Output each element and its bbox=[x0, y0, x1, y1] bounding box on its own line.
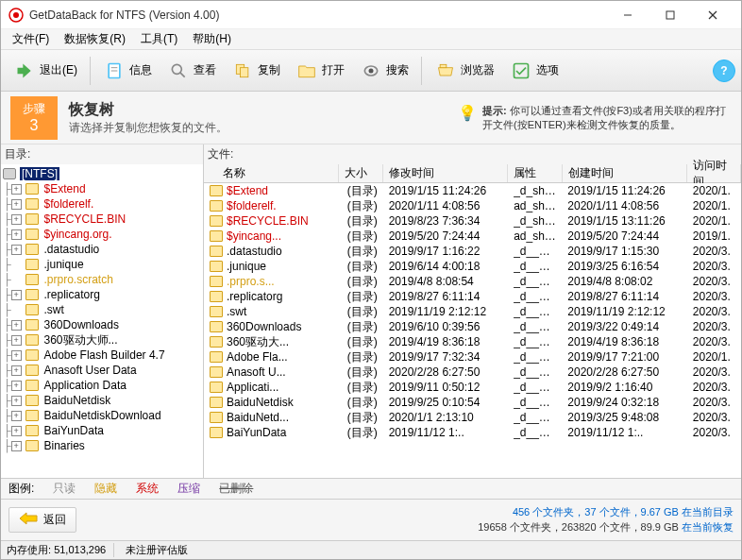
tree-item[interactable]: ├+360Downloads bbox=[3, 317, 201, 332]
file-created: 2019/3/25 6:16:54 bbox=[562, 260, 686, 273]
expand-icon[interactable]: + bbox=[11, 214, 22, 225]
expand-icon[interactable]: + bbox=[11, 184, 22, 195]
tree-item-label: 360Downloads bbox=[42, 318, 121, 331]
col-modified[interactable]: 修改时间 bbox=[383, 164, 508, 182]
browser-icon bbox=[434, 59, 457, 82]
disk-icon bbox=[3, 168, 16, 179]
file-row[interactable]: BaiYunData(目录)2019/11/12 1:.._d_____2019… bbox=[204, 425, 741, 440]
bulb-icon: 💡 bbox=[458, 104, 477, 122]
file-row[interactable]: $folderelf.(目录)2020/1/11 4:08:56ad_sh__2… bbox=[204, 198, 741, 213]
expand-icon[interactable]: + bbox=[11, 411, 22, 421]
close-button[interactable] bbox=[691, 2, 734, 28]
info-button[interactable]: 信息 bbox=[96, 55, 159, 87]
expand-icon[interactable]: + bbox=[11, 245, 22, 255]
svg-rect-16 bbox=[514, 63, 529, 77]
tree-item[interactable]: ├+BaiYunData bbox=[3, 423, 201, 438]
col-attr[interactable]: 属性 bbox=[508, 164, 562, 182]
file-row[interactable]: .datastudio(目录)2019/9/17 1:16:22_d_____2… bbox=[204, 244, 741, 259]
folder-icon bbox=[210, 366, 223, 378]
file-size: (目录) bbox=[338, 304, 383, 320]
file-row[interactable]: .swt(目录)2019/11/19 2:12:12_d_____2019/11… bbox=[204, 304, 741, 319]
col-name[interactable]: 名称 bbox=[204, 164, 339, 182]
file-row[interactable]: 360Downloads(目录)2019/6/10 0:39:56_d_____… bbox=[204, 319, 741, 334]
expand-icon[interactable]: + bbox=[11, 350, 22, 361]
tree-item[interactable]: ├+BaiduNetdisk bbox=[3, 393, 201, 408]
maximize-button[interactable] bbox=[649, 2, 691, 28]
menu-recover[interactable]: 数据恢复(R) bbox=[57, 29, 133, 49]
expand-icon[interactable]: + bbox=[11, 441, 22, 451]
tree-item[interactable]: ├.swt bbox=[3, 302, 201, 317]
tree-item[interactable]: ├+$Extend bbox=[3, 181, 201, 196]
back-button[interactable]: 返回 bbox=[8, 507, 76, 533]
menu-file[interactable]: 文件(F) bbox=[5, 29, 57, 49]
help-button[interactable]: ? bbox=[713, 59, 735, 82]
directory-tree[interactable]: [NTFS]├+$Extend├+$folderelf.├+$RECYCLE.B… bbox=[1, 164, 203, 478]
file-modified: 2019/11/12 1:.. bbox=[383, 426, 508, 439]
expand-icon[interactable]: + bbox=[11, 381, 22, 391]
stats-panel: 456 个文件夹，37 个文件，9.67 GB 在当前目录 19658 个文件夹… bbox=[478, 505, 734, 535]
stats-current-count: 456 个文件夹，37 个文件，9.67 GB bbox=[513, 506, 679, 518]
menu-tools[interactable]: 工具(T) bbox=[133, 29, 185, 49]
tree-item[interactable]: ├+.datastudio bbox=[3, 242, 201, 257]
tree-item[interactable]: ├+$RECYCLE.BIN bbox=[3, 212, 201, 227]
tree-item[interactable]: ├+$folderelf. bbox=[3, 196, 201, 212]
expand-icon[interactable]: + bbox=[11, 426, 22, 436]
tree-item[interactable]: ├+.replicatorg bbox=[3, 287, 201, 302]
file-size: (目录) bbox=[338, 319, 383, 335]
tree-item[interactable]: ├+Application Data bbox=[3, 378, 201, 393]
file-name: .datastudio bbox=[227, 245, 282, 258]
file-modified: 2020/2/28 6:27:50 bbox=[383, 365, 508, 379]
tree-item[interactable]: ├+360驱动大师... bbox=[3, 332, 201, 348]
file-row[interactable]: .prpro.s...(目录)2019/4/8 8:08:54_d__h__20… bbox=[204, 274, 741, 289]
expand-icon[interactable]: + bbox=[11, 229, 22, 240]
tree-item-label: Anasoft User Data bbox=[42, 364, 139, 377]
view-button[interactable]: 查看 bbox=[160, 55, 223, 87]
expand-icon[interactable]: + bbox=[11, 396, 22, 406]
file-row[interactable]: BaiduNetdisk(目录)2019/9/25 0:10:54_d_____… bbox=[204, 395, 741, 410]
file-row[interactable]: .replicatorg(目录)2019/8/27 6:11:14_d_____… bbox=[204, 289, 741, 304]
tree-item[interactable]: ├+Binaries bbox=[3, 438, 201, 453]
file-list[interactable]: $Extend(目录)2019/1/15 11:24:26_d_sh__2019… bbox=[204, 183, 741, 478]
expand-icon[interactable]: + bbox=[11, 290, 22, 300]
tree-item[interactable]: ├.junique bbox=[3, 257, 201, 272]
col-size[interactable]: 大小 bbox=[339, 164, 384, 182]
expand-icon[interactable]: + bbox=[11, 199, 22, 210]
browser-button[interactable]: 浏览器 bbox=[428, 55, 501, 87]
folder-icon bbox=[25, 229, 39, 240]
file-row[interactable]: Adobe Fla...(目录)2019/9/17 7:32:34_d_____… bbox=[204, 349, 741, 365]
options-button[interactable]: 选项 bbox=[503, 55, 565, 87]
file-row[interactable]: Anasoft U...(目录)2020/2/28 6:27:50_d_____… bbox=[204, 365, 741, 380]
expand-icon[interactable]: + bbox=[11, 335, 22, 346]
file-accessed: 2020/3. bbox=[687, 260, 741, 273]
tree-item[interactable]: ├+Anasoft User Data bbox=[3, 363, 201, 378]
file-row[interactable]: $Extend(目录)2019/1/15 11:24:26_d_sh__2019… bbox=[204, 183, 741, 198]
file-row[interactable]: Applicati...(目录)2019/9/11 0:50:12_d_____… bbox=[204, 380, 741, 395]
file-created: 2019/9/24 0:32:18 bbox=[562, 396, 686, 409]
tree-item[interactable]: ├+BaiduNetdiskDownload bbox=[3, 408, 201, 423]
open-button[interactable]: 打开 bbox=[289, 55, 351, 87]
file-attr: _d_____ bbox=[508, 365, 562, 379]
file-accessed: 2020/3. bbox=[687, 396, 741, 409]
col-created[interactable]: 创建时间 bbox=[563, 164, 687, 182]
folder-icon bbox=[25, 304, 39, 315]
exit-button[interactable]: 退出(E) bbox=[7, 55, 84, 87]
tree-item[interactable]: ├+$yincang.org. bbox=[3, 227, 201, 242]
file-row[interactable]: $RECYCLE.BIN(目录)2019/8/23 7:36:34_d_sh__… bbox=[204, 213, 741, 229]
file-row[interactable]: .junique(目录)2019/6/14 4:00:18_d_____2019… bbox=[204, 259, 741, 274]
menu-help[interactable]: 帮助(H) bbox=[185, 29, 239, 49]
file-attr: _d__h__ bbox=[508, 275, 562, 288]
exit-icon bbox=[13, 59, 36, 82]
minimize-button[interactable] bbox=[606, 2, 649, 28]
tree-root[interactable]: [NTFS] bbox=[3, 166, 201, 181]
tree-item[interactable]: ├+Adobe Flash Builder 4.7 bbox=[3, 348, 201, 363]
file-row[interactable]: BaiduNetd...(目录)2020/1/1 2:13:10_d_____2… bbox=[204, 410, 741, 425]
search-button[interactable]: 搜索 bbox=[353, 55, 415, 87]
copy-button[interactable]: 复制 bbox=[225, 55, 287, 87]
search-label: 搜索 bbox=[386, 62, 409, 78]
tree-item[interactable]: ├.prpro.scratch bbox=[3, 272, 201, 287]
file-row[interactable]: 360驱动大...(目录)2019/4/19 8:36:18_d_____201… bbox=[204, 334, 741, 349]
expand-icon[interactable]: + bbox=[11, 320, 22, 331]
col-accessed[interactable]: 访问时间 bbox=[687, 164, 741, 182]
file-row[interactable]: $yincang...(目录)2019/5/20 7:24:44ad_sh__2… bbox=[204, 229, 741, 244]
expand-icon[interactable]: + bbox=[11, 365, 22, 376]
